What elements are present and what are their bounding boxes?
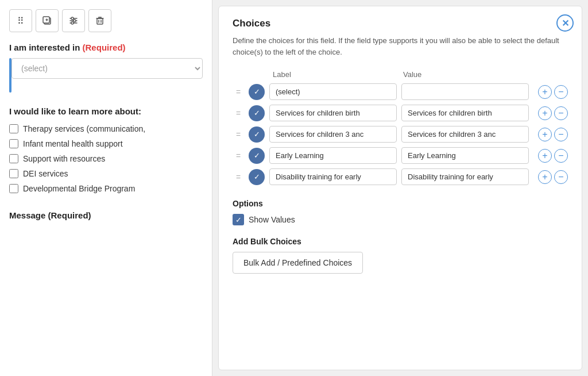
bulk-choices-heading: Add Bulk Choices <box>233 237 568 246</box>
learn-more-label: I would like to learn more about: <box>9 106 203 116</box>
remove-btn-3[interactable]: − <box>554 128 568 141</box>
drag-icon-5: = <box>233 172 244 182</box>
remove-btn-2[interactable]: − <box>554 106 568 120</box>
modal-description: Define the choices for this field. If th… <box>233 35 568 57</box>
add-btn-2[interactable]: + <box>538 106 552 120</box>
header-drag <box>233 70 244 79</box>
value-input-4[interactable] <box>401 147 529 164</box>
list-item: Developmental Bridge Program <box>9 184 203 193</box>
checkbox-resources[interactable] <box>9 154 18 163</box>
left-panel: ⠿ <box>0 0 212 376</box>
message-field-label: Message (Required) <box>9 210 203 220</box>
choices-header: Label Value <box>233 70 568 83</box>
header-value: Value <box>403 70 529 79</box>
list-item: Therapy services (communication, <box>9 124 203 133</box>
value-input-2[interactable] <box>401 105 529 121</box>
value-input-5[interactable] <box>401 168 529 185</box>
interest-field-label: I am interested in (Required) <box>9 43 203 52</box>
toolbar: ⠿ <box>9 9 203 32</box>
row-actions-1: + − <box>533 85 568 99</box>
choice-row-2: = ✓ + − <box>233 105 568 121</box>
svg-point-9 <box>71 22 74 24</box>
label-input-2[interactable] <box>269 105 397 121</box>
label-input-5[interactable] <box>269 168 397 185</box>
checkbox-infant[interactable] <box>9 139 18 148</box>
add-btn-1[interactable]: + <box>538 85 552 99</box>
bulk-add-button[interactable]: Bulk Add / Predefined Choices <box>233 252 363 274</box>
row-actions-2: + − <box>533 106 568 120</box>
svg-point-8 <box>74 20 76 22</box>
drag-icon-2: = <box>233 109 244 118</box>
choice-row-5: = ✓ + − <box>233 168 568 185</box>
check-icon-1[interactable]: ✓ <box>249 84 265 100</box>
label-input-3[interactable] <box>269 126 397 143</box>
list-item: Support with resources <box>9 154 203 163</box>
choices-table: Label Value = ✓ + − = ✓ + − <box>233 70 568 185</box>
options-heading: Options <box>233 199 568 208</box>
check-icon-4[interactable]: ✓ <box>249 148 265 164</box>
add-btn-4[interactable]: + <box>538 149 552 163</box>
settings-btn[interactable] <box>62 9 85 32</box>
drag-icon-1: = <box>233 87 244 97</box>
header-check <box>249 70 266 79</box>
label-input-4[interactable] <box>269 147 397 164</box>
value-input-3[interactable] <box>401 126 529 143</box>
show-values-label: Show Values <box>249 215 295 224</box>
interest-select[interactable]: (select) <box>11 58 203 79</box>
svg-point-7 <box>71 17 74 20</box>
check-icon-3[interactable]: ✓ <box>249 126 265 143</box>
remove-btn-1[interactable]: − <box>554 85 568 99</box>
checkbox-bridge[interactable] <box>9 184 18 193</box>
remove-btn-5[interactable]: − <box>554 170 568 184</box>
header-actions <box>533 70 568 79</box>
close-button[interactable]: ✕ <box>556 14 574 32</box>
drag-handle-btn[interactable]: ⠿ <box>9 9 32 32</box>
checkbox-list: Therapy services (communication, Infant … <box>9 124 203 193</box>
svg-rect-10 <box>97 18 103 24</box>
value-input-1[interactable] <box>401 83 529 100</box>
drag-icon-4: = <box>233 151 244 160</box>
delete-btn[interactable] <box>88 9 111 32</box>
checkbox-therapy[interactable] <box>9 124 18 133</box>
show-values-checkbox[interactable]: ✓ <box>233 214 244 225</box>
choices-modal: ✕ Choices Define the choices for this fi… <box>218 6 582 370</box>
show-values-row: ✓ Show Values <box>233 214 568 225</box>
row-actions-3: + − <box>533 128 568 141</box>
choice-row-1: = ✓ + − <box>233 83 568 100</box>
checkbox-dei[interactable] <box>9 169 18 178</box>
drag-icon-3: = <box>233 130 244 139</box>
header-label: Label <box>270 70 399 79</box>
add-btn-5[interactable]: + <box>538 170 552 184</box>
choice-row-3: = ✓ + − <box>233 126 568 143</box>
choice-row-4: = ✓ + − <box>233 147 568 164</box>
check-icon-5[interactable]: ✓ <box>249 169 265 185</box>
modal-title: Choices <box>233 18 568 29</box>
row-actions-4: + − <box>533 149 568 163</box>
label-input-1[interactable] <box>269 83 397 100</box>
list-item: Infant mental health support <box>9 139 203 148</box>
duplicate-btn[interactable] <box>36 9 59 32</box>
check-icon-2[interactable]: ✓ <box>249 105 265 121</box>
list-item: DEI services <box>9 169 203 178</box>
add-btn-3[interactable]: + <box>538 128 552 141</box>
row-actions-5: + − <box>533 170 568 184</box>
remove-btn-4[interactable]: − <box>554 149 568 163</box>
